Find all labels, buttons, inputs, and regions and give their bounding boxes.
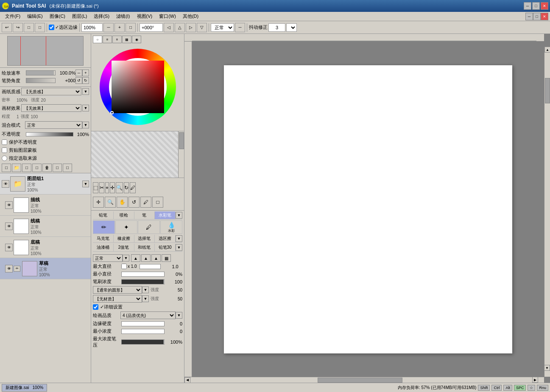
layer-btn-4[interactable]: □ — [53, 164, 62, 172]
quality-btn[interactable]: ▼ — [176, 312, 182, 319]
key-shift[interactable]: Shift — [478, 385, 490, 391]
brush-cat-marker[interactable]: 马克笔 — [93, 235, 114, 242]
brush-item-pen[interactable]: 🖊 — [138, 220, 160, 234]
brush-scroll-btn[interactable]: ▼ — [176, 212, 182, 219]
move-tool[interactable]: ✛ — [110, 182, 115, 193]
undo-button[interactable]: ↩ — [2, 23, 12, 32]
redo-button[interactable]: ↪ — [13, 23, 23, 32]
preserve-opacity-check[interactable] — [2, 139, 7, 145]
rate-minus[interactable]: ─ — [75, 70, 82, 76]
panel-max-button[interactable]: □ — [533, 13, 541, 20]
brush-scroll-btn-2[interactable]: ▼ — [176, 235, 182, 242]
layer-item-caogao[interactable]: 👁 ✏ 草稿 正常 100% — [0, 258, 91, 279]
key-alt[interactable]: Alt — [503, 385, 512, 391]
selection-edge-checkbox[interactable]: ✓选区边缘 — [49, 24, 78, 31]
brush-cat-fill[interactable]: 油漆桶 — [93, 244, 114, 251]
paint-effect-btn[interactable]: ▼ — [82, 105, 89, 111]
menu-select[interactable]: 选择(S) — [90, 12, 113, 20]
color-tab-wheel[interactable]: ○ — [93, 36, 102, 43]
copy-layer-btn[interactable]: □ — [22, 164, 31, 172]
hand-tool[interactable]: ✋ — [117, 197, 128, 208]
stabilizer-input[interactable] — [268, 23, 285, 32]
color-wheel-container[interactable] — [100, 49, 176, 125]
texture-select[interactable]: 【无材质】 — [93, 295, 142, 303]
canvas-scrollbar-horizontal[interactable]: ◀ ▶ — [184, 377, 544, 383]
max-density-bar[interactable] — [121, 339, 165, 345]
color-pointer[interactable] — [110, 111, 114, 114]
shape-dropdown-btn[interactable]: ▼ — [142, 286, 149, 293]
layer-btn-5[interactable]: □ — [63, 164, 72, 172]
canvas-texture-select[interactable]: 【无质感】 — [21, 88, 81, 95]
rotate-btn-3[interactable]: ▷ — [186, 23, 196, 32]
rotation-input[interactable] — [140, 23, 163, 32]
brush-scroll-btn-3[interactable]: ▼ — [176, 244, 182, 251]
layer-item-miaoxian[interactable]: 👁 描线 正常 100% — [0, 195, 91, 216]
scroll-arrow-left[interactable]: ◀ — [184, 377, 190, 383]
magic-wand-tool[interactable]: ⌖ — [105, 182, 109, 193]
rotate-tool-2[interactable]: ↺ — [128, 197, 140, 208]
lasso-tool[interactable]: ✂ — [99, 182, 104, 193]
key-star[interactable]: ☆ — [528, 385, 535, 391]
menu-filter[interactable]: 滤镜(I) — [113, 12, 133, 20]
panel-close-button[interactable]: ✕ — [541, 13, 548, 20]
menu-view[interactable]: 视图(V) — [134, 12, 156, 20]
shape-btn-1[interactable]: ▲ — [131, 254, 140, 262]
zoom-fit-button[interactable]: □ — [126, 23, 136, 32]
scroll-arrow-up[interactable]: ▲ — [544, 47, 550, 53]
opacity-slider[interactable] — [26, 132, 73, 136]
new-folder-btn[interactable]: 📁 — [12, 164, 21, 172]
brush-mode-select[interactable]: 正常 — [93, 254, 123, 262]
angle-btn-1[interactable]: ↺ — [75, 77, 82, 84]
canvas-area[interactable]: ▲ ▼ ◀ ▶ — [184, 34, 550, 383]
zoom-tool-2[interactable]: 🔍 — [105, 197, 116, 208]
zoom-out-button[interactable]: ─ — [103, 23, 114, 32]
color-tab-sliders[interactable]: ≡ — [103, 36, 112, 43]
clip-mask-check[interactable] — [2, 147, 7, 153]
brush-cat-eraser[interactable]: 橡皮擦 — [114, 235, 134, 242]
move-tool-2[interactable]: ✛ — [93, 197, 104, 208]
zoom-input[interactable] — [81, 23, 103, 32]
selection-source-radio[interactable] — [2, 156, 7, 161]
menu-layer[interactable]: 图层(L) — [69, 12, 90, 20]
brush-item-pencil-active[interactable]: ✏ — [93, 220, 115, 234]
angle-slider[interactable] — [26, 78, 56, 83]
scroll-thumb-horizontal[interactable] — [318, 378, 402, 383]
swatch-scrollbar[interactable] — [178, 131, 184, 178]
layer-eye-group1[interactable]: 👁 — [2, 180, 9, 188]
layer-eye-xiangao[interactable]: 👁 — [5, 222, 13, 230]
pen-tool[interactable]: 🖊 — [140, 197, 151, 208]
tool-extra-2[interactable]: □ — [152, 197, 163, 208]
swatch-grid[interactable] — [91, 131, 184, 178]
tool-btn-2[interactable]: □ — [35, 23, 45, 32]
canvas-paper[interactable] — [224, 65, 512, 353]
brush-cat-watercolor[interactable]: 水彩笔 — [155, 211, 176, 219]
max-diameter-bar[interactable] — [140, 264, 161, 269]
rate-plus[interactable]: + — [82, 70, 89, 76]
blend-mode-select[interactable]: 正常 — [211, 23, 234, 32]
shape-btn-2[interactable]: ▲ — [141, 254, 151, 262]
blend-select[interactable]: 正常 — [25, 121, 82, 129]
edge-hardness-bar[interactable] — [121, 321, 165, 326]
max-diameter-check[interactable] — [121, 264, 127, 269]
navigator-preview[interactable] — [7, 36, 84, 66]
texture-dropdown-btn[interactable]: ▼ — [142, 295, 149, 302]
brush-cat-select-erase[interactable]: 选区擦 — [155, 235, 176, 242]
menu-file[interactable]: 文件(F) — [2, 12, 24, 20]
brush-cat-pencil[interactable]: 铅笔 — [93, 211, 114, 219]
blend-minus-button[interactable]: ─ — [235, 23, 245, 32]
rotate-btn-4[interactable]: ▽ — [197, 23, 207, 32]
rate-slider[interactable] — [26, 70, 56, 75]
rotate-btn-1[interactable]: ◁ — [164, 23, 174, 32]
shape-select[interactable]: 【通常的圆形】 — [93, 286, 142, 294]
brush-cat-pen[interactable]: 笔 — [134, 211, 155, 219]
key-ctrl[interactable]: Ctrl — [491, 385, 502, 391]
minimize-button[interactable]: ─ — [524, 2, 531, 10]
key-rnu[interactable]: Rnu — [537, 385, 548, 391]
panel-min-button[interactable]: ─ — [525, 13, 533, 20]
brush-cat-2val[interactable]: 2值笔 — [114, 244, 134, 251]
rotate-tool[interactable]: ↻ — [124, 182, 129, 193]
brush-item-watercolor[interactable]: 💧 水彩 — [160, 220, 182, 234]
brush-mode-btn[interactable]: ▼ — [123, 255, 129, 261]
swatch-area[interactable] — [91, 131, 184, 178]
menu-window[interactable]: 窗口(W) — [156, 12, 179, 20]
